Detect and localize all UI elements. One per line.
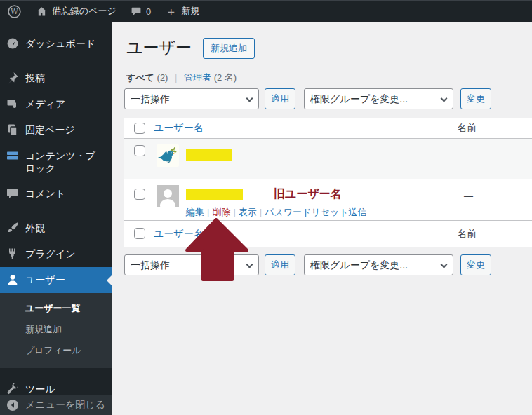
change-button-bottom[interactable]: 変更 — [460, 254, 491, 275]
media-icon — [6, 97, 20, 111]
row2-name-value: — — [464, 191, 473, 201]
users-submenu: ユーザー一覧 新規追加 プロフィール — [0, 293, 112, 368]
user-row-1: — — [124, 139, 532, 179]
sidebar-label: ダッシュボード — [25, 37, 95, 50]
filter-all-label: すべて — [126, 72, 154, 83]
tablenav-top: 一括操作 適用 権限グループを変更... 変更 — [124, 88, 491, 109]
select-all-checkbox[interactable] — [134, 123, 145, 134]
chevron-down-icon — [441, 95, 448, 102]
submenu-label: 新規追加 — [25, 324, 62, 334]
row-actions: 編集|削除|表示|パスワードリセット送信 — [186, 206, 367, 219]
add-new-user-button[interactable]: 新規追加 — [203, 38, 255, 59]
chevron-down-icon — [246, 95, 253, 102]
collapse-menu-button[interactable]: メニューを閉じる — [0, 395, 112, 415]
admin-bar: W 備忘録のページ 0 ＋ 新規 — [0, 0, 532, 22]
submenu-item-add-new[interactable]: 新規追加 — [0, 319, 112, 340]
role-select-value: 権限グループを変更... — [310, 259, 408, 271]
apply-button-bottom[interactable]: 適用 — [265, 254, 295, 275]
comments-icon — [6, 186, 20, 200]
username-column-footer[interactable]: ユーザー名 — [154, 228, 204, 240]
edit-link[interactable]: 編集 — [186, 207, 204, 217]
submenu-label: プロフィール — [25, 345, 81, 355]
new-content-link[interactable]: ＋ 新規 — [158, 0, 206, 22]
window-top-line — [0, 0, 532, 1]
admin-sidebar: ダッシュボード 投稿 メディア 固定ページ コンテンツ・ブロック コメント — [0, 22, 112, 415]
user-view-filters: すべて (2) | 管理者 (2 名) — [126, 72, 237, 84]
comment-bubble-icon — [131, 6, 142, 17]
collapse-label: メニューを閉じる — [25, 399, 105, 411]
old-username-annotation: 旧ユーザー名 — [274, 187, 342, 202]
sidebar-label: プラグイン — [25, 247, 76, 260]
sidebar-label: ユーザー — [25, 273, 65, 286]
wordpress-logo-icon: W — [7, 4, 22, 19]
row1-checkbox[interactable] — [134, 145, 145, 156]
submenu-label: ユーザー一覧 — [25, 303, 81, 313]
sidebar-item-comments[interactable]: コメント — [0, 181, 112, 207]
filter-all-count: (2) — [157, 72, 168, 83]
sidebar-item-media[interactable]: メディア — [0, 91, 112, 117]
user-row-2: 旧ユーザー名 編集|削除|表示|パスワードリセット送信 — — [124, 179, 532, 220]
chevron-down-icon — [246, 261, 253, 268]
svg-text:W: W — [11, 7, 18, 15]
sidebar-label: コンテンツ・ブロック — [25, 149, 98, 175]
pages-icon — [6, 123, 20, 137]
filter-separator: | — [175, 72, 177, 83]
bulk-action-select-bottom[interactable]: 一括操作 — [124, 254, 259, 275]
user-icon — [6, 273, 20, 287]
row2-checkbox[interactable] — [134, 189, 145, 200]
site-name: 備忘録のページ — [52, 5, 117, 18]
paintbrush-icon — [6, 221, 20, 235]
bulk-action-value: 一括操作 — [131, 93, 170, 104]
mystery-person-avatar — [157, 185, 179, 208]
select-all-checkbox-bottom[interactable] — [134, 228, 145, 239]
home-icon — [36, 6, 48, 18]
change-role-select-bottom[interactable]: 権限グループを変更... — [304, 254, 453, 275]
sidebar-item-pages[interactable]: 固定ページ — [0, 117, 112, 143]
name-column-header: 名前 — [457, 122, 477, 135]
redacted-username-2 — [186, 189, 243, 200]
name-column-footer: 名前 — [457, 228, 477, 240]
comment-count: 0 — [146, 6, 151, 17]
table-footer-row: ユーザー名 名前 — [124, 220, 532, 247]
role-select-value: 権限グループを変更... — [310, 93, 408, 104]
change-button[interactable]: 変更 — [460, 88, 491, 109]
filter-admin-link[interactable]: 管理者 — [184, 72, 211, 83]
bird-avatar — [157, 144, 179, 167]
content-blocks-icon — [6, 149, 20, 163]
sidebar-label: 固定ページ — [25, 123, 75, 136]
sidebar-item-posts[interactable]: 投稿 — [0, 65, 112, 91]
comments-link[interactable]: 0 — [124, 0, 158, 22]
sidebar-label: 投稿 — [25, 72, 45, 84]
collapse-arrow-icon — [6, 398, 20, 412]
username-column-header[interactable]: ユーザー名 — [154, 122, 204, 135]
delete-link[interactable]: 削除 — [212, 207, 230, 217]
filter-admin-count: (2 名) — [214, 72, 237, 83]
new-label: 新規 — [181, 5, 199, 18]
pushpin-icon — [6, 71, 20, 85]
wordpress-logo-menu[interactable]: W — [0, 0, 29, 22]
bulk-action-select[interactable]: 一括操作 — [124, 88, 259, 109]
change-role-select[interactable]: 権限グループを変更... — [304, 88, 453, 109]
sidebar-item-dashboard[interactable]: ダッシュボード — [0, 31, 112, 57]
dashboard-gauge-icon — [6, 36, 20, 50]
sidebar-label: ツール — [25, 383, 55, 395]
sidebar-label: メディア — [25, 97, 65, 110]
password-reset-link[interactable]: パスワードリセット送信 — [265, 207, 366, 217]
table-header-row: ユーザー名 名前 — [124, 118, 532, 139]
sidebar-item-plugins[interactable]: プラグイン — [0, 241, 112, 267]
submenu-item-user-list[interactable]: ユーザー一覧 — [0, 298, 112, 319]
plus-icon: ＋ — [165, 6, 177, 18]
sidebar-item-appearance[interactable]: 外観 — [0, 215, 112, 241]
view-link[interactable]: 表示 — [239, 207, 257, 217]
sidebar-item-users[interactable]: ユーザー — [0, 267, 112, 293]
site-name-link[interactable]: 備忘録のページ — [29, 0, 124, 22]
sidebar-item-content-blocks[interactable]: コンテンツ・ブロック — [0, 143, 112, 181]
action-separator: | — [260, 207, 262, 217]
bulk-action-value: 一括操作 — [131, 259, 170, 271]
main-content: ユーザー 新規追加 すべて (2) | 管理者 (2 名) 一括操作 適用 権限… — [112, 22, 532, 415]
apply-button[interactable]: 適用 — [265, 88, 295, 109]
action-separator: | — [233, 207, 235, 217]
chevron-down-icon — [441, 261, 448, 268]
submenu-item-profile[interactable]: プロフィール — [0, 340, 112, 361]
action-separator: | — [207, 207, 209, 217]
